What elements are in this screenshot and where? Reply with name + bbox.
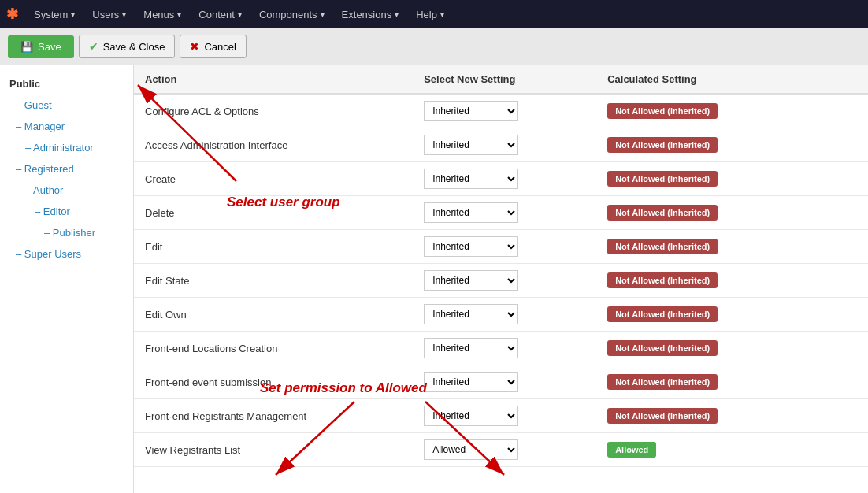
app-wrapper: ✱ System ▾ Users ▾ Menus ▾ Content ▾ Com… [0,0,868,493]
nav-help[interactable]: Help ▾ [408,4,452,25]
select-cell: InheritedAllowedDenied [413,298,596,332]
calculated-cell: Allowed [596,433,868,467]
permission-select[interactable]: InheritedAllowedDenied [424,101,518,121]
action-cell: Edit State [134,264,413,298]
action-cell: Edit Own [134,298,413,332]
table-row: Front-end Registrants ManagementInherite… [134,399,868,433]
nav-content[interactable]: Content ▾ [191,4,250,25]
permission-select[interactable]: InheritedAllowedDenied [424,202,518,223]
table-row: EditInheritedAllowedDeniedNot Allowed (I… [134,230,868,264]
col-action-header: Action [134,65,413,94]
status-badge: Not Allowed (Inherited) [607,137,718,153]
chevron-down-icon: ▾ [321,10,325,19]
main-layout: Public – Guest – Manager – Administrator… [0,65,868,493]
sidebar-item-public[interactable]: Public [0,73,133,95]
action-cell: Front-end event submission [134,365,413,399]
select-cell: InheritedAllowedDenied [413,196,596,230]
content-area: Action Select New Setting Calculated Set… [134,65,868,493]
col-calc-header: Calculated Setting [596,65,868,94]
sidebar: Public – Guest – Manager – Administrator… [0,65,134,493]
action-cell: Access Administration Interface [134,128,413,162]
action-cell: Front-end Registrants Management [134,399,413,433]
cancel-button[interactable]: ✖ Cancel [180,35,246,58]
table-row: View Registrants ListInheritedAllowedDen… [134,433,868,467]
select-cell: InheritedAllowedDenied [413,94,596,128]
calculated-cell: Not Allowed (Inherited) [596,365,868,399]
calculated-cell: Not Allowed (Inherited) [596,264,868,298]
permission-select[interactable]: InheritedAllowedDenied [424,135,518,155]
action-cell: View Registrants List [134,433,413,467]
chevron-down-icon: ▾ [238,10,242,19]
select-cell: InheritedAllowedDenied [413,230,596,264]
sidebar-item-author[interactable]: – Author [0,180,133,201]
permission-select[interactable]: InheritedAllowedDenied [424,304,518,324]
table-row: Front-end event submissionInheritedAllow… [134,365,868,399]
calculated-cell: Not Allowed (Inherited) [596,196,868,230]
select-cell: InheritedAllowedDenied [413,128,596,162]
permission-select[interactable]: InheritedAllowedDenied [424,169,518,189]
calculated-cell: Not Allowed (Inherited) [596,332,868,365]
action-cell: Configure ACL & Options [134,94,413,128]
status-badge: Not Allowed (Inherited) [607,340,718,356]
calculated-cell: Not Allowed (Inherited) [596,94,868,128]
sidebar-item-guest[interactable]: – Guest [0,95,133,116]
sidebar-item-superusers[interactable]: – Super Users [0,243,133,265]
calculated-cell: Not Allowed (Inherited) [596,128,868,162]
floppy-icon: 💾 [20,41,33,53]
chevron-down-icon: ▾ [122,10,126,19]
save-button[interactable]: 💾 Save [8,35,74,58]
action-cell: Edit [134,230,413,264]
col-select-header: Select New Setting [413,65,596,94]
chevron-down-icon: ▾ [177,10,181,19]
permissions-table: Action Select New Setting Calculated Set… [134,65,868,467]
table-row: Edit OwnInheritedAllowedDeniedNot Allowe… [134,298,868,332]
check-icon: ✔ [89,40,98,53]
status-badge: Not Allowed (Inherited) [607,239,718,254]
select-cell: InheritedAllowedDenied [413,433,596,467]
permission-select[interactable]: InheritedAllowedDenied [424,338,518,358]
status-badge: Not Allowed (Inherited) [607,306,718,322]
sidebar-item-publisher[interactable]: – Publisher [0,222,133,243]
table-header-row: Action Select New Setting Calculated Set… [134,65,868,94]
nav-components[interactable]: Components ▾ [251,4,332,25]
sidebar-item-editor[interactable]: – Editor [0,201,133,222]
action-cell: Create [134,162,413,196]
sidebar-item-registered[interactable]: – Registered [0,158,133,180]
chevron-down-icon: ▾ [395,10,399,19]
nav-extensions[interactable]: Extensions ▾ [334,4,407,25]
calculated-cell: Not Allowed (Inherited) [596,230,868,264]
calculated-cell: Not Allowed (Inherited) [596,162,868,196]
sidebar-item-manager[interactable]: – Manager [0,116,133,137]
nav-system[interactable]: System ▾ [26,4,83,25]
calculated-cell: Not Allowed (Inherited) [596,399,868,433]
table-row: Front-end Locations CreationInheritedAll… [134,332,868,365]
toolbar: 💾 Save ✔ Save & Close ✖ Cancel [0,28,868,65]
calculated-cell: Not Allowed (Inherited) [596,298,868,332]
status-badge: Not Allowed (Inherited) [607,103,718,119]
nav-users[interactable]: Users ▾ [84,4,134,25]
table-row: Edit StateInheritedAllowedDeniedNot Allo… [134,264,868,298]
status-badge: Not Allowed (Inherited) [607,408,718,424]
status-badge: Not Allowed (Inherited) [607,171,718,187]
sidebar-item-administrator[interactable]: – Administrator [0,137,133,158]
status-badge: Allowed [607,442,656,458]
permission-select[interactable]: InheritedAllowedDenied [424,439,518,460]
save-close-button[interactable]: ✔ Save & Close [79,35,176,58]
x-icon: ✖ [190,40,199,53]
permission-select[interactable]: InheritedAllowedDenied [424,236,518,257]
select-cell: InheritedAllowedDenied [413,332,596,365]
action-cell: Front-end Locations Creation [134,332,413,365]
chevron-down-icon: ▾ [71,10,75,19]
permission-select[interactable]: InheritedAllowedDenied [424,372,518,392]
top-nav: ✱ System ▾ Users ▾ Menus ▾ Content ▾ Com… [0,0,868,28]
permission-select[interactable]: InheritedAllowedDenied [424,406,518,426]
joomla-logo: ✱ [6,6,18,23]
table-row: Configure ACL & OptionsInheritedAllowedD… [134,94,868,128]
nav-menus[interactable]: Menus ▾ [135,4,189,25]
status-badge: Not Allowed (Inherited) [607,374,718,390]
status-badge: Not Allowed (Inherited) [607,205,718,221]
select-cell: InheritedAllowedDenied [413,162,596,196]
table-row: CreateInheritedAllowedDeniedNot Allowed … [134,162,868,196]
select-cell: InheritedAllowedDenied [413,399,596,433]
permission-select[interactable]: InheritedAllowedDenied [424,270,518,291]
